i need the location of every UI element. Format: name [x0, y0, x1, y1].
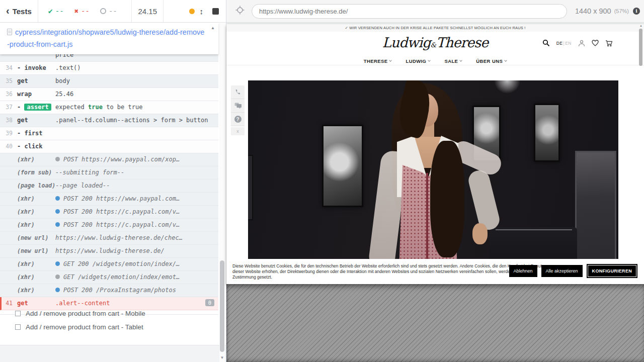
event-row[interactable]: (xhr)POST 200 https://c.paypal.com/v… [0, 206, 218, 219]
xhr-status-dot [55, 275, 60, 279]
test-stats: ✔ -- ✖ -- -- [38, 0, 132, 22]
command-name: get [17, 115, 55, 126]
nav-label: THERESE [364, 58, 388, 64]
match-count-badge: 0 [205, 299, 214, 306]
nav-item-ludwig[interactable]: LUDWIG [406, 58, 430, 64]
event-row[interactable]: (form sub)--submitting form-- [0, 166, 218, 179]
command-message: POST https://www.paypal.com/xop… [55, 154, 218, 165]
event-row[interactable]: (new url)https://www.ludwig-therese.de/ [0, 245, 218, 258]
viewport-info: 1440 x 900 (57%) i [567, 7, 644, 15]
nav-item--ber-uns[interactable]: ÜBER UNS [476, 58, 507, 64]
command-name: - invoke [17, 63, 55, 73]
info-icon[interactable]: i [633, 8, 640, 15]
event-row[interactable]: (xhr)POST 200 /ProxaInstagram/photos [0, 284, 218, 297]
spec-file-link[interactable]: cypress/integration/shopware5/ludwig-the… [7, 28, 204, 48]
xhr-status-dot [55, 209, 60, 214]
event-row[interactable]: (new url)https://www.ludwig-therese.de/c… [0, 232, 218, 245]
nav-item-sale[interactable]: SALE [444, 58, 462, 64]
command-row[interactable]: 36wrap25.46 [0, 88, 218, 101]
viewport-size: 1440 x 900 [575, 7, 611, 15]
chevron-left-icon: ‹ [6, 6, 10, 16]
selector-playground-icon[interactable] [235, 6, 245, 17]
reporter-scrollbar[interactable]: ▼ [219, 23, 225, 362]
runner-header: 1440 x 900 (57%) i [226, 0, 644, 23]
nav-label: ÜBER UNS [476, 58, 503, 64]
nav-label: LUDWIG [406, 58, 426, 64]
model-hand [472, 223, 488, 244]
command-message: --page loaded-- [55, 180, 218, 191]
line-number: 39 [0, 128, 17, 139]
command-row[interactable]: 34- invoke.text() [0, 62, 218, 75]
command-row[interactable]: 38get.panel--td.column--actions > form >… [0, 114, 218, 127]
auto-scroll-icon[interactable]: ↕ [200, 7, 204, 16]
command-name: (page load) [17, 180, 55, 191]
model-sleeve [466, 168, 502, 232]
event-row[interactable]: (page load)--page loaded-- [0, 179, 218, 193]
command-row[interactable]: 37- assertexpected true to be true [0, 101, 218, 114]
xhr-status-dot [55, 288, 60, 292]
command-message: POST 200 https://c.paypal.com/v… [55, 207, 218, 217]
command-name: (new url) [17, 246, 55, 256]
command-message: https://www.ludwig-therese.de/ [55, 246, 218, 256]
pending-count: -- [100, 7, 117, 15]
back-to-tests-button[interactable]: ‹ Tests [0, 0, 38, 22]
language-switch[interactable]: DE|EN [556, 41, 572, 46]
nav-item-therese[interactable]: THERESE [364, 58, 392, 64]
command-message: GET /widgets/emotion/index/emot… [55, 272, 218, 283]
viewport-scale: (57%) [614, 8, 629, 14]
cypress-reporter: ‹ Tests ✔ -- ✖ -- -- 24.15 ↕ getprice34-… [0, 0, 226, 362]
wishlist-heart-icon[interactable] [592, 40, 599, 46]
scroll-to-top-icon[interactable]: ▲ [211, 26, 215, 30]
command-name: (xhr) [17, 272, 55, 283]
url-input[interactable] [259, 8, 559, 15]
site-header: Ludwig&Therese DE|EN [226, 32, 644, 57]
event-row[interactable]: (xhr)POST 200 https://www.paypal.com… [0, 193, 218, 206]
pending-tests: Add / remove product from cart - MobileA… [0, 307, 218, 315]
photo-frame [322, 125, 363, 207]
chevron-down-icon [389, 59, 392, 62]
cookie-banner: Diese Website benutzt Cookies, die für d… [226, 259, 644, 284]
scroll-down-icon[interactable]: ▼ [219, 355, 225, 360]
pending-test-item[interactable]: Add / remove product from cart - Mobile [0, 307, 218, 320]
event-row[interactable]: (xhr)POST 200 https://c.paypal.com/v… [0, 219, 218, 232]
file-icon [7, 29, 12, 35]
command-message: body [55, 76, 218, 86]
spec-file-header: cypress/integration/shopware5/ludwig-the… [0, 23, 218, 54]
help-icon[interactable]: ? [231, 113, 245, 126]
command-message: POST 200 /ProxaInstagram/photos [55, 285, 218, 296]
cookie-button-ablehnen[interactable]: Ablehnen [509, 265, 537, 277]
cookie-button-alle-akzeptieren[interactable]: Alle akzeptieren [541, 265, 583, 277]
url-bar[interactable] [252, 4, 567, 19]
close-icon[interactable]: x [231, 127, 245, 135]
model-hair [430, 141, 464, 257]
site-scroll-up-icon[interactable]: ▲ [639, 24, 642, 27]
command-message: https://www.ludwig-therese.de/chec… [55, 233, 218, 243]
command-name: (xhr) [17, 207, 55, 217]
pending-test-item[interactable]: Add / remove product from cart - Tablet [0, 320, 218, 334]
event-row[interactable]: (xhr)GET /widgets/emotion/index/emot… [0, 271, 218, 284]
command-row[interactable]: 35getbody [0, 75, 218, 88]
line-number: 40 [0, 141, 17, 152]
scrollbar-thumb[interactable] [220, 260, 224, 352]
hero-image [248, 80, 618, 284]
xhr-status-dot [55, 157, 60, 161]
command-row[interactable]: 40- click [0, 140, 218, 153]
account-icon[interactable] [578, 40, 585, 47]
chevron-down-icon [460, 59, 463, 62]
chat-icon[interactable] [231, 99, 245, 113]
command-name: (xhr) [17, 259, 55, 269]
search-icon[interactable] [542, 39, 550, 47]
cookie-button-konfigurieren[interactable]: KONFIGURIEREN [587, 264, 637, 278]
site-scrollbar-thumb[interactable] [639, 29, 642, 66]
stop-button[interactable] [212, 8, 219, 15]
event-row[interactable]: (xhr)GET 200 /widgets/emotion/index/… [0, 258, 218, 271]
event-row[interactable]: (xhr)POST https://www.paypal.com/xop… [0, 153, 218, 166]
cross-icon: ✖ [74, 7, 78, 15]
line-number: 36 [0, 89, 17, 100]
cart-icon[interactable] [605, 40, 613, 47]
command-row[interactable]: 39- first [0, 127, 218, 140]
phone-icon[interactable] [231, 85, 245, 99]
command-message: --submitting form-- [55, 167, 218, 178]
check-icon: ✔ [48, 7, 53, 16]
command-name: - assert [17, 102, 55, 113]
